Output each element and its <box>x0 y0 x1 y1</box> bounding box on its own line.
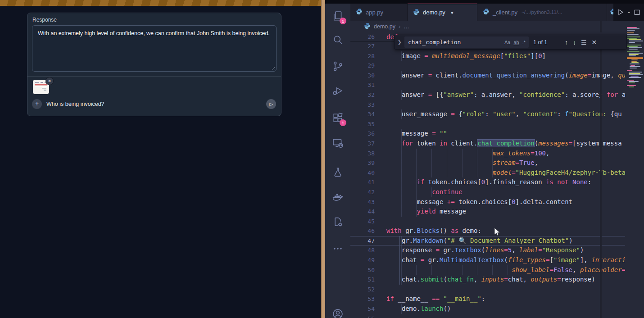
response-textarea[interactable]: With an extremely high level of confiden… <box>32 25 277 72</box>
code-line-44[interactable]: 44yield message <box>350 207 625 217</box>
activity-source-control-icon[interactable] <box>331 60 344 73</box>
line-number: 41 <box>350 177 375 187</box>
add-attachment-button[interactable]: + <box>32 99 42 109</box>
code-line-47[interactable]: 47gr.Markdown("# 🔍 Document Analyzer Cha… <box>350 236 625 246</box>
code-line-30[interactable]: 30answer = client.document_question_answ… <box>350 71 625 81</box>
activity-remote-explorer-icon[interactable] <box>331 136 344 149</box>
code-line-49[interactable]: 49chat = gr.MultimodalTextbox(file_types… <box>350 255 625 265</box>
find-input[interactable]: chat_completion Aa ab .* <box>404 36 529 48</box>
find-query-text[interactable]: chat_completion <box>404 39 504 45</box>
line-number: 29 <box>350 61 375 71</box>
activity-run-debug-icon[interactable] <box>331 85 344 97</box>
activity-extensions-icon[interactable]: 1 <box>331 112 344 124</box>
resize-handle[interactable] <box>271 66 275 70</box>
browser-title-strip <box>0 0 321 6</box>
remove-attachment-button[interactable]: ✕ <box>45 77 54 85</box>
minimap-line <box>629 81 639 82</box>
line-number: 50 <box>350 265 375 275</box>
code-line-46[interactable]: 46with gr.Blocks() as demo: <box>350 226 625 236</box>
activity-more-icon[interactable] <box>331 242 344 255</box>
minimap-search-highlight <box>627 57 643 59</box>
code-line-54[interactable]: 54demo.launch() <box>350 304 625 314</box>
tab-app.py[interactable]: app.py <box>350 4 408 21</box>
code-line-41[interactable]: 41if token.choices[0].finish_reason is n… <box>350 177 625 187</box>
line-number: 40 <box>350 168 375 178</box>
tab-_client.py[interactable]: _client.py~/.../python3.11/... <box>477 4 607 21</box>
line-number: 26 <box>350 32 375 41</box>
tab-label: demo.py <box>423 9 445 16</box>
code-line-50[interactable]: 50show_label=False, placeholder= <box>350 265 625 275</box>
code-line-31[interactable]: 31 <box>350 80 625 90</box>
line-text: model="HuggingFaceH4/zephyr-7b-beta" <box>386 168 625 178</box>
code-line-32[interactable]: 32answer = [{"answer": a.answer, "confid… <box>350 90 625 100</box>
find-in-selection-icon[interactable]: ☰ <box>581 39 587 46</box>
activity-account-icon[interactable] <box>331 308 344 318</box>
minimap-line <box>631 59 638 60</box>
code-line-37[interactable]: 37for token in client.chat_completion(me… <box>350 139 625 149</box>
tab-demo.py[interactable]: demo.py● <box>408 4 477 21</box>
line-text: image = multimodal_message["files"][0] <box>386 51 625 61</box>
breadcrumb-more[interactable]: … <box>404 23 409 30</box>
find-previous-button[interactable]: ↑ <box>565 39 568 46</box>
minimap-line <box>629 77 641 78</box>
code-line-51[interactable]: 51chat.submit(chat_fn, inputs=chat, outp… <box>350 275 625 285</box>
activity-file-settings-icon[interactable] <box>331 216 344 228</box>
minimap-line <box>629 49 638 50</box>
code-line-33[interactable]: 33 <box>350 100 625 110</box>
code-line-55[interactable]: 55 <box>350 314 625 318</box>
line-text: message = "" <box>386 129 625 139</box>
code-line-39[interactable]: 39stream=True, <box>350 158 625 168</box>
match-case-icon[interactable]: Aa <box>504 40 510 45</box>
chat-message-input[interactable]: Who is being invoiced? <box>46 101 104 107</box>
minimap-line <box>629 55 636 56</box>
code-line-35[interactable]: 35 <box>350 119 625 129</box>
minimap-line <box>629 41 643 41</box>
line-number: 30 <box>350 71 375 81</box>
code-line-42[interactable]: 42continue <box>350 187 625 197</box>
activity-badge: 1 <box>340 18 346 24</box>
toggle-replace-chevron-icon[interactable]: ❯ <box>395 39 404 45</box>
line-text: user_message = {"role": "user", "content… <box>386 109 625 119</box>
tab-overflow-sliver[interactable] <box>607 4 613 21</box>
minimap[interactable] <box>627 0 644 318</box>
code-line-36[interactable]: 36message = "" <box>350 129 625 139</box>
python-file-icon <box>483 8 490 16</box>
minimap-line <box>629 42 635 43</box>
activity-search-icon[interactable] <box>331 33 344 46</box>
line-number: 52 <box>350 285 375 295</box>
minimap-line <box>627 51 639 52</box>
activity-testing-icon[interactable] <box>331 166 344 178</box>
whole-word-icon[interactable]: ab <box>513 40 519 45</box>
line-number: 48 <box>350 245 375 255</box>
find-close-button[interactable]: ✕ <box>592 39 597 46</box>
code-line-43[interactable]: 43message += token.choices[0].delta.cont… <box>350 197 625 207</box>
line-number: 32 <box>350 90 375 100</box>
code-line-45[interactable]: 45 <box>350 217 625 227</box>
code-line-40[interactable]: 40model="HuggingFaceH4/zephyr-7b-beta" <box>350 168 625 178</box>
activity-docker-icon[interactable] <box>331 191 344 203</box>
code-line-34[interactable]: 34user_message = {"role": "user", "conte… <box>350 109 625 119</box>
code-editor[interactable]: 26def 2728image = multimodal_message["fi… <box>350 32 625 318</box>
code-line-28[interactable]: 28image = multimodal_message["files"][0] <box>350 51 625 61</box>
run-python-file-button[interactable] <box>617 9 624 16</box>
breadcrumb-file[interactable]: demo.py <box>374 23 395 30</box>
code-line-53[interactable]: 53if __name__ == "__main__": <box>350 294 625 304</box>
line-number: 45 <box>350 217 375 227</box>
regex-icon[interactable]: .* <box>522 40 526 45</box>
code-line-38[interactable]: 38max_tokens=100, <box>350 149 625 159</box>
line-text: if token.choices[0].finish_reason is not… <box>386 177 625 187</box>
activity-files-icon[interactable]: 1 <box>331 10 344 23</box>
tab-label: _client.py <box>493 9 517 16</box>
send-button[interactable]: ▷ <box>266 99 276 109</box>
find-next-button[interactable]: ↓ <box>573 39 576 46</box>
code-line-52[interactable]: 52 <box>350 285 625 295</box>
minimap-line <box>630 68 637 68</box>
code-line-48[interactable]: 48response = gr.Textbox(lines=5, label="… <box>350 245 625 255</box>
minimap-line <box>629 47 642 48</box>
find-widget: ❯ chat_completion Aa ab .* 1 of 1 ↑ ↓ ☰ … <box>394 35 627 50</box>
line-text: if __name__ == "__main__": <box>386 294 625 304</box>
code-line-29[interactable]: 29 <box>350 61 625 71</box>
line-number: 39 <box>350 158 375 168</box>
minimap-line <box>629 74 643 75</box>
minimap-line <box>627 70 632 71</box>
